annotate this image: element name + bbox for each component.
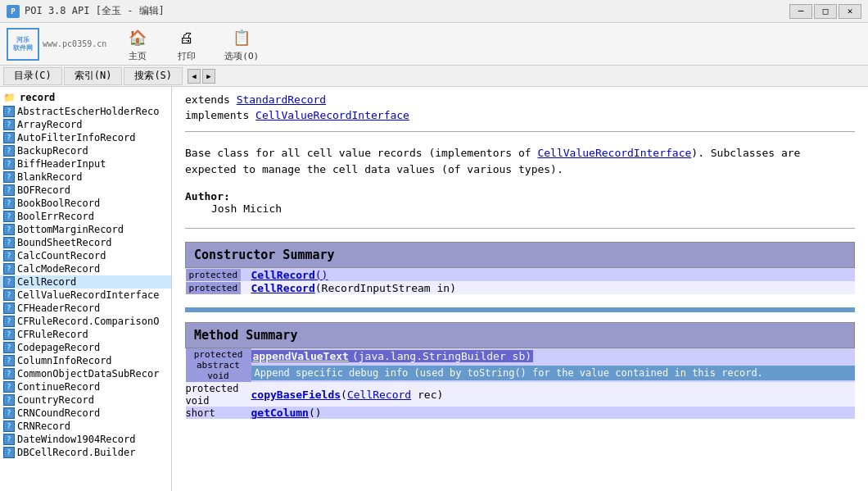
options-label: 选项(O) (224, 50, 259, 62)
sidebar-item-15[interactable]: ?CFHeaderRecord (0, 302, 171, 315)
constructor-1-sig: CellRecord() (251, 268, 855, 282)
tree-item-icon-1: ? (3, 119, 15, 130)
sidebar-item-0[interactable]: ?AbstractEscherHolderReco (0, 105, 171, 118)
cell-record-param-link[interactable]: CellRecord (347, 389, 411, 401)
class-description: Base class for all cell value records (i… (185, 145, 855, 177)
protected-badge-2: protected (186, 282, 242, 294)
cell-value-record-interface-link[interactable]: CellValueRecordInterface (537, 147, 691, 159)
tree-item-label-12: CalcModeRecord (17, 263, 100, 275)
sidebar-item-24[interactable]: ?CRNRecord (0, 420, 171, 433)
tree-item-icon-26: ? (3, 447, 15, 458)
to-string-link[interactable]: toString() (468, 367, 527, 379)
section-divider-bar (185, 307, 855, 312)
tab-search[interactable]: 搜索(S) (124, 67, 183, 85)
method-3-modifier: short (186, 407, 251, 419)
constructor-row-1: protected CellRecord() (186, 268, 855, 282)
get-column-link[interactable]: getColumn (251, 407, 309, 419)
sidebar-item-14[interactable]: ?CellValueRecordInterface (0, 289, 171, 302)
tree-item-icon-20: ? (3, 368, 15, 380)
close-button[interactable]: ✕ (839, 4, 861, 19)
sidebar-item-1[interactable]: ?ArrayRecord (0, 118, 171, 131)
sidebar-item-10[interactable]: ?BoundSheetRecord (0, 236, 171, 249)
tree-item-label-10: BoundSheetRecord (17, 237, 112, 248)
tree-item-icon-17: ? (3, 329, 15, 340)
sidebar-item-4[interactable]: ?BiffHeaderInput (0, 157, 171, 170)
tab-contents[interactable]: 目录(C) (3, 67, 62, 85)
method-row-1: protectedabstract void appendValueText(j… (186, 348, 855, 383)
tree-item-icon-13: ? (3, 276, 15, 288)
sidebar-item-9[interactable]: ?BottomMarginRecord (0, 223, 171, 236)
author-name: Josh Micich (211, 202, 855, 215)
method-1-desc: Append specific debug info (used by toSt… (251, 366, 855, 380)
content-area[interactable]: extends StandardRecord implements CellVa… (172, 87, 868, 491)
tree-item-label-20: CommonObjectDataSubRecor (17, 368, 159, 380)
method-2-sig: copyBaseFields(CellRecord rec) (251, 389, 855, 401)
sidebar-item-5[interactable]: ?BlankRecord (0, 170, 171, 184)
sidebar-item-18[interactable]: ?CodepageRecord (0, 341, 171, 354)
extends-label: extends (185, 93, 230, 106)
sidebar-item-21[interactable]: ?ContinueRecord (0, 380, 171, 393)
copy-base-fields-link[interactable]: copyBaseFields (251, 389, 341, 401)
home-icon: 🏠 (126, 25, 149, 48)
tree-item-label-16: CFRuleRecord.ComparisonO (17, 316, 159, 327)
minimize-button[interactable]: ─ (789, 4, 812, 19)
sidebar-item-17[interactable]: ?CFRuleRecord (0, 328, 171, 341)
sidebar-item-6[interactable]: ?BOFRecord (0, 184, 171, 197)
sidebar-item-7[interactable]: ?BookBoolRecord (0, 197, 171, 210)
sidebar-item-11[interactable]: ?CalcCountRecord (0, 249, 171, 262)
sidebar-item-13[interactable]: ?CellRecord (0, 275, 171, 289)
method-1-content: appendValueText(java.lang.StringBuilder … (251, 348, 855, 383)
tree-item-icon-7: ? (3, 198, 15, 209)
sidebar-item-19[interactable]: ?ColumnInfoRecord (0, 354, 171, 367)
sidebar-item-26[interactable]: ?DBCellRecord.Builder (0, 446, 171, 459)
sidebar-item-12[interactable]: ?CalcModeRecord (0, 262, 171, 275)
extends-link[interactable]: StandardRecord (237, 93, 327, 106)
method-3-sig: getColumn() (251, 407, 855, 419)
sidebar-item-8[interactable]: ?BoolErrRecord (0, 210, 171, 223)
tab-next-button[interactable]: ▶ (202, 69, 215, 84)
main-layout: 📁 record ?AbstractEscherHolderReco?Array… (0, 87, 868, 491)
sidebar-item-20[interactable]: ?CommonObjectDataSubRecor (0, 367, 171, 380)
tree-item-label-15: CFHeaderRecord (17, 302, 100, 314)
tree-item-label-23: CRNCoundRecord (17, 407, 100, 419)
sidebar-item-3[interactable]: ?BackupRecord (0, 144, 171, 157)
tree-item-label-9: BottomMarginRecord (17, 224, 124, 235)
tree-item-icon-21: ? (3, 381, 15, 393)
implements-link[interactable]: CellValueRecordInterface (255, 109, 409, 121)
tree-item-label-25: DateWindow1904Record (17, 434, 136, 445)
tab-nav: ◀ ▶ (188, 69, 215, 84)
sidebar-tree[interactable]: 📁 record ?AbstractEscherHolderReco?Array… (0, 87, 171, 491)
tree-item-label-21: ContinueRecord (17, 381, 100, 393)
tree-item-icon-6: ? (3, 184, 15, 196)
tree-item-icon-8: ? (3, 211, 15, 222)
tree-item-icon-23: ? (3, 407, 15, 419)
cell-record-link-2[interactable]: CellRecord (251, 282, 315, 294)
method-2-content: copyBaseFields(CellRecord rec) (251, 382, 855, 407)
append-value-text-link[interactable]: appendValueText (251, 350, 350, 362)
method-1-modifier: protectedabstract void (186, 348, 251, 383)
tree-item-icon-12: ? (3, 263, 15, 275)
tab-prev-button[interactable]: ◀ (188, 69, 201, 84)
site-url: www.pc0359.cn (43, 39, 106, 49)
tree-folder-icon: 📁 (3, 92, 16, 103)
maximize-button[interactable]: □ (814, 4, 837, 19)
tree-root[interactable]: 📁 record (0, 90, 171, 105)
sidebar-item-16[interactable]: ?CFRuleRecord.ComparisonO (0, 315, 171, 328)
print-icon: 🖨 (175, 25, 198, 48)
sidebar-item-22[interactable]: ?CountryRecord (0, 393, 171, 407)
sidebar-item-2[interactable]: ?AutoFilterInfoRecord (0, 131, 171, 144)
method-3-content: getColumn() (251, 407, 855, 419)
tree-item-label-13: CellRecord (17, 276, 76, 288)
options-button[interactable]: 📋 选项(O) (218, 22, 265, 66)
sidebar-item-25[interactable]: ?DateWindow1904Record (0, 433, 171, 446)
cell-record-link-1[interactable]: CellRecord() (251, 269, 328, 281)
constructor-row-2: protected CellRecord(RecordInputStream i… (186, 281, 855, 294)
tab-index[interactable]: 索引(N) (64, 67, 123, 85)
tree-item-icon-19: ? (3, 355, 15, 366)
toolbar-logo-area: 河乐软件网 www.pc0359.cn (7, 28, 106, 61)
tree-item-label-18: CodepageRecord (17, 342, 100, 353)
print-button[interactable]: 🖨 打印 (169, 22, 205, 66)
sidebar-item-23[interactable]: ?CRNCoundRecord (0, 407, 171, 420)
tree-item-label-0: AbstractEscherHolderReco (17, 106, 159, 117)
home-button[interactable]: 🏠 主页 (120, 22, 156, 66)
